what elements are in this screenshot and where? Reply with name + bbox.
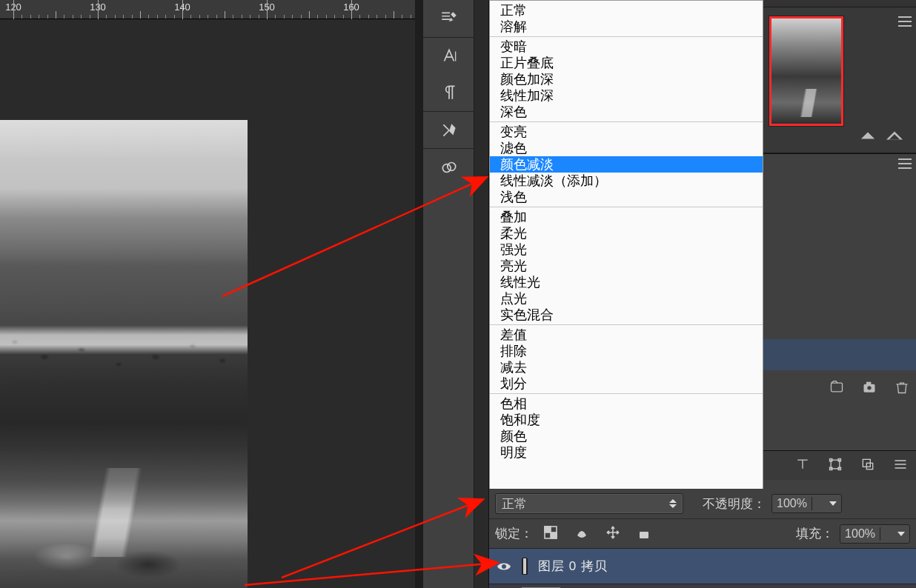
- blend-mode-option[interactable]: 饱和度: [490, 412, 763, 428]
- transform-icon[interactable]: [827, 457, 843, 475]
- type-tool-icon[interactable]: [794, 457, 811, 475]
- blend-mode-option[interactable]: 亮光: [490, 258, 763, 274]
- tools-settings-icon[interactable]: [423, 111, 475, 148]
- lock-all-icon[interactable]: [637, 525, 651, 543]
- panel-menu-icon[interactable]: [898, 158, 912, 169]
- blend-mode-option[interactable]: 色相: [490, 395, 763, 412]
- horizontal-ruler: 120130140150160: [0, 0, 415, 19]
- camera-icon[interactable]: [861, 380, 877, 398]
- fill-value: 100%: [845, 527, 875, 541]
- character-panel-icon[interactable]: [423, 37, 475, 74]
- lock-transparency-icon[interactable]: [543, 525, 558, 543]
- history-active-row[interactable]: [763, 339, 916, 370]
- shape-icon[interactable]: [860, 457, 876, 475]
- paragraph-panel-icon[interactable]: [423, 74, 475, 111]
- blend-mode-option[interactable]: 线性加深: [490, 87, 763, 104]
- layer-row[interactable]: [489, 584, 916, 588]
- navigator-panel: [763, 7, 916, 153]
- chevron-down-icon: [829, 501, 837, 506]
- blend-mode-option[interactable]: 正常: [490, 2, 763, 19]
- visibility-toggle-icon[interactable]: [497, 561, 511, 572]
- panel-menu-icon[interactable]: [898, 16, 912, 27]
- trash-icon[interactable]: [894, 380, 910, 398]
- canvas-area[interactable]: [0, 19, 415, 588]
- blend-mode-option[interactable]: 变暗: [490, 39, 763, 55]
- svg-rect-19: [640, 532, 648, 538]
- brush-presets-icon[interactable]: [423, 0, 475, 37]
- blend-mode-option[interactable]: 线性减淡（添加）: [490, 173, 763, 189]
- blend-mode-option[interactable]: 深色: [490, 104, 763, 120]
- svg-point-20: [502, 564, 506, 569]
- svg-rect-18: [551, 532, 557, 538]
- svg-point-0: [442, 164, 451, 172]
- blend-mode-option[interactable]: 减去: [490, 359, 763, 375]
- svg-rect-5: [832, 383, 843, 392]
- blend-mode-option[interactable]: 颜色: [490, 428, 763, 444]
- svg-marker-2: [861, 132, 874, 138]
- chevron-down-icon: [812, 497, 822, 510]
- navigator-thumbnail[interactable]: [769, 16, 843, 126]
- chevron-down-icon: [897, 532, 905, 536]
- creative-cloud-icon[interactable]: [423, 148, 475, 185]
- blend-mode-option[interactable]: 变亮: [490, 124, 763, 140]
- document-image: [0, 120, 248, 588]
- blend-mode-option[interactable]: 实色混合: [490, 307, 763, 323]
- vertical-toolbar: [422, 0, 474, 588]
- new-snapshot-icon[interactable]: [829, 380, 845, 398]
- panel-menu-icon[interactable]: [892, 457, 909, 475]
- blend-mode-option[interactable]: 差值: [490, 327, 763, 343]
- history-panel: [763, 153, 916, 405]
- blend-mode-option[interactable]: 滤色: [490, 140, 763, 156]
- lock-label: 锁定：: [495, 525, 533, 542]
- blend-mode-select[interactable]: 正常: [495, 493, 683, 514]
- blend-mode-value: 正常: [502, 495, 527, 512]
- panel-gutter: [474, 0, 489, 588]
- blend-mode-option[interactable]: 颜色减淡: [490, 156, 763, 173]
- layers-panel: 正常 不透明度： 100% 锁定： 填充： 100% 图层 0 拷贝: [489, 489, 916, 588]
- lock-paint-icon[interactable]: [574, 525, 589, 543]
- layer-thumbnail[interactable]: [522, 558, 528, 575]
- blend-mode-dropdown-menu: 正常溶解变暗正片叠底颜色加深线性加深深色变亮滤色颜色减淡线性减淡（添加）浅色叠加…: [489, 0, 763, 490]
- fill-label: 填充：: [796, 525, 834, 542]
- layer-row[interactable]: 图层 0 拷贝: [489, 548, 916, 584]
- blend-mode-option[interactable]: 颜色加深: [490, 71, 763, 87]
- blend-mode-option[interactable]: 划分: [490, 375, 763, 392]
- blend-mode-option[interactable]: 浅色: [490, 189, 763, 205]
- svg-point-7: [867, 386, 872, 391]
- panel-grabber[interactable]: [763, 0, 916, 7]
- chevron-down-icon: [880, 527, 890, 541]
- svg-rect-8: [867, 382, 871, 384]
- blend-mode-option[interactable]: 排除: [490, 343, 763, 359]
- select-spinner-icon: [669, 499, 677, 508]
- blend-mode-option[interactable]: 线性光: [490, 274, 763, 290]
- blend-mode-option[interactable]: 正片叠底: [490, 55, 763, 71]
- zoom-in-icon[interactable]: [886, 130, 903, 144]
- layer-name: 图层 0 拷贝: [538, 558, 608, 575]
- fill-input[interactable]: 100%: [840, 524, 910, 544]
- svg-point-1: [448, 162, 456, 170]
- lock-position-icon[interactable]: [605, 525, 620, 543]
- layers-panel-tabs-icons: [763, 450, 916, 480]
- blend-mode-option[interactable]: 强光: [490, 241, 763, 258]
- zoom-out-icon[interactable]: [860, 130, 876, 144]
- blend-mode-option[interactable]: 溶解: [490, 19, 763, 35]
- panel-divider: [415, 0, 422, 588]
- opacity-value: 100%: [777, 497, 807, 510]
- blend-mode-option[interactable]: 明度: [490, 444, 763, 461]
- svg-rect-15: [866, 463, 872, 469]
- blend-mode-option[interactable]: 点光: [490, 290, 763, 307]
- svg-rect-17: [545, 527, 551, 532]
- opacity-input[interactable]: 100%: [771, 494, 842, 513]
- blend-mode-option[interactable]: 叠加: [490, 209, 763, 225]
- blend-mode-option[interactable]: 柔光: [490, 225, 763, 241]
- opacity-label: 不透明度：: [703, 495, 766, 512]
